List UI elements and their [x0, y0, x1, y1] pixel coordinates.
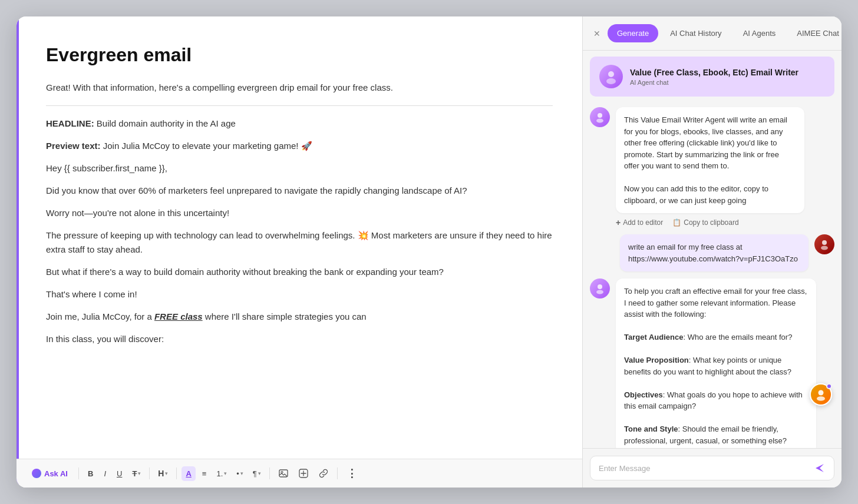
agent-banner: Value (Free Class, Ebook, Etc) Email Wri… — [590, 57, 834, 97]
intro-paragraph: Great! With that information, here's a c… — [46, 81, 553, 95]
agent-name: Value (Free Class, Ebook, Etc) Email Wri… — [630, 67, 825, 78]
notification-dot — [826, 383, 832, 389]
svg-point-6 — [606, 78, 616, 84]
chevron-down-icon-2: ▾ — [165, 470, 168, 476]
plus-icon — [299, 469, 308, 478]
clipboard-icon: 📋 — [672, 218, 681, 227]
toolbar-divider-2 — [149, 467, 150, 479]
underline-button[interactable]: U — [113, 466, 126, 481]
strikethrough-dropdown[interactable]: T ▾ — [128, 466, 144, 481]
agent-info: Value (Free Class, Ebook, Etc) Email Wri… — [630, 67, 825, 86]
chat-input-box — [590, 456, 834, 480]
salutation: Hey {{ subscriber.first_name }}, — [46, 161, 553, 175]
horizontal-divider — [46, 105, 553, 106]
toolbar-divider-1 — [78, 467, 79, 479]
chat-input-area — [583, 448, 842, 488]
chat-input-field[interactable] — [599, 464, 809, 473]
send-icon — [814, 462, 826, 474]
ai-bubble-1: This Value Email Writer Agent will write… — [616, 107, 804, 213]
svg-point-14 — [817, 396, 825, 401]
ai-message-avatar-2 — [590, 278, 610, 299]
link-icon — [319, 469, 328, 478]
close-chat-button[interactable]: ✕ — [591, 26, 603, 41]
tab-ai-agents[interactable]: AI Agents — [734, 24, 786, 42]
user-avatar-icon — [819, 238, 830, 250]
svg-point-13 — [819, 390, 824, 396]
ai-message-1-text2: Now you can add this to the editor, copy… — [624, 184, 768, 205]
list-item-2: Value Proposition: What key points or un… — [624, 356, 791, 376]
toolbar-divider-4 — [269, 467, 270, 479]
image-icon — [279, 469, 288, 478]
send-button[interactable] — [814, 462, 826, 474]
document-title: Evergreen email — [46, 40, 553, 70]
floating-avatar-icon — [814, 388, 827, 401]
tab-aimee-chat[interactable]: AIMEE Chat — [787, 24, 842, 42]
italic-button[interactable]: I — [100, 466, 110, 481]
ordered-list-dropdown[interactable]: 1. ▾ — [213, 466, 230, 481]
tab-chat-history[interactable]: AI Chat History — [661, 24, 731, 42]
image-button[interactable] — [275, 466, 292, 481]
message-actions-1: + Add to editor 📋 Copy to clipboard — [616, 218, 804, 227]
chevron-down-icon-4: ▾ — [240, 470, 243, 476]
more-options-button[interactable]: ⋮ — [342, 464, 361, 483]
ask-ai-label: Ask AI — [44, 469, 68, 478]
floating-user-avatar[interactable] — [810, 383, 832, 406]
ai-message-2-intro: To help you craft an effective email for… — [624, 287, 807, 319]
ai-message-avatar-1 — [590, 107, 610, 127]
paragraph-7: In this class, you will discover: — [46, 332, 553, 346]
add-to-editor-link[interactable]: + Add to editor — [616, 218, 663, 227]
align-button[interactable]: ≡ — [198, 466, 211, 481]
list-item-4: Tone and Style: Should the email be frie… — [624, 425, 787, 445]
preview-value: Join Julia McCoy to elevate your marketi… — [101, 141, 312, 151]
unordered-list-dropdown[interactable]: • ▾ — [233, 466, 247, 481]
paragraph-6: Join me, Julia McCoy, for a FREE class w… — [46, 310, 553, 324]
agent-avatar — [599, 65, 623, 88]
add-button[interactable] — [295, 466, 312, 481]
svg-point-7 — [598, 113, 602, 118]
user-message-avatar — [814, 234, 834, 254]
plus-action-icon: + — [616, 218, 621, 227]
ai-avatar-icon-2 — [594, 283, 606, 294]
paragraph-dropdown[interactable]: ¶ ▾ — [249, 466, 265, 481]
copy-to-clipboard-link[interactable]: 📋 Copy to clipboard — [672, 218, 738, 227]
paragraph-2: Worry not—you're not alone in this uncer… — [46, 206, 553, 220]
chat-messages: This Value Email Writer Agent will write… — [583, 102, 842, 448]
editor-toolbar: Ask AI B I U T ▾ H ▾ A ≡ 1. — [16, 459, 582, 488]
list-item-3: Objectives: What goals do you hope to ac… — [624, 390, 803, 411]
svg-point-1 — [281, 472, 283, 473]
editor-content: Evergreen email Great! With that informa… — [16, 16, 582, 459]
heading-dropdown[interactable]: H ▾ — [154, 466, 171, 481]
user-bubble: write an email for my free class at http… — [620, 234, 808, 271]
preview-line: Preview text: Join Julia McCoy to elevat… — [46, 139, 553, 153]
paragraph-1: Did you know that over 60% of marketers … — [46, 184, 553, 198]
headline-label: HEADLINE: — [46, 118, 94, 128]
paragraph-5: That's where I come in! — [46, 287, 553, 301]
svg-point-9 — [822, 240, 827, 245]
paragraph-3: The pressure of keeping up with technolo… — [46, 228, 553, 257]
ask-ai-button[interactable]: Ask AI — [26, 466, 74, 481]
link-button[interactable] — [315, 466, 332, 481]
editor-body: Great! With that information, here's a c… — [46, 81, 553, 346]
svg-point-11 — [598, 284, 602, 289]
agent-subtitle: AI Agent chat — [630, 79, 825, 86]
ai-bubble-2: To help you craft an effective email for… — [616, 278, 816, 448]
headline-line: HEADLINE: Build domain authority in the … — [46, 117, 553, 131]
editor-panel: Evergreen email Great! With that informa… — [16, 16, 582, 488]
ai-message-row-2: To help you craft an effective email for… — [590, 278, 834, 448]
user-message-row: write an email for my free class at http… — [590, 234, 834, 271]
chevron-down-icon-3: ▾ — [224, 470, 227, 476]
svg-point-12 — [596, 290, 603, 294]
paragraph-6-part2: where I'll share simple strategies you c… — [203, 311, 367, 321]
message-row: This Value Email Writer Agent will write… — [590, 107, 834, 227]
tab-generate[interactable]: Generate — [608, 24, 658, 42]
copy-label: Copy to clipboard — [684, 218, 738, 227]
bold-button[interactable]: B — [84, 466, 97, 481]
paragraph-6-italic: FREE class — [154, 311, 203, 321]
add-to-editor-label: Add to editor — [623, 218, 663, 227]
ai-avatar-icon — [594, 111, 606, 123]
list-item-1: Target Audience: Who are the emails mean… — [624, 333, 792, 341]
chat-tabs: ✕ Generate AI Chat History AI Agents AIM… — [583, 16, 842, 51]
toolbar-divider-5 — [337, 467, 338, 479]
highlight-button[interactable]: A — [182, 466, 195, 481]
chevron-down-icon: ▾ — [138, 470, 141, 476]
